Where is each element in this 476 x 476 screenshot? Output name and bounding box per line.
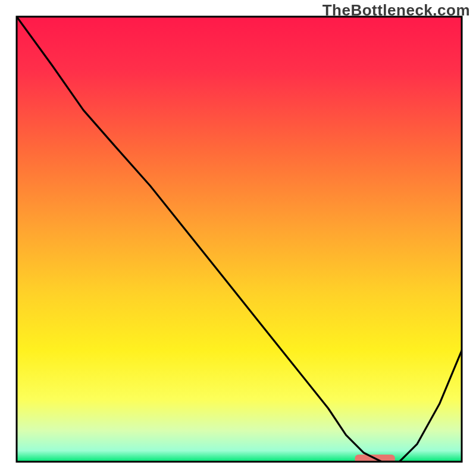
chart-svg	[0, 0, 476, 476]
optimal-range-marker	[355, 455, 394, 464]
bottleneck-chart: TheBottleneck.com	[0, 0, 476, 476]
gradient-background	[17, 17, 462, 462]
watermark-text: TheBottleneck.com	[322, 1, 470, 20]
